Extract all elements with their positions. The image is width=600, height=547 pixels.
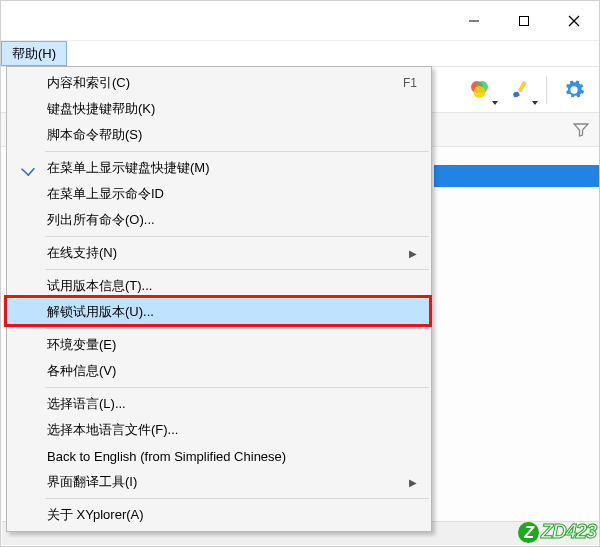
menu-item-label: 在菜单上显示命令ID xyxy=(47,185,164,203)
menu-item[interactable]: 脚本命令帮助(S) xyxy=(7,122,431,148)
menu-item-label: 键盘快捷键帮助(K) xyxy=(47,100,155,118)
close-button[interactable] xyxy=(549,1,599,40)
minimize-button[interactable] xyxy=(449,1,499,40)
menu-item[interactable]: 选择本地语言文件(F)... xyxy=(7,417,431,443)
menu-separator xyxy=(45,236,429,237)
menu-separator xyxy=(45,269,429,270)
selected-row[interactable] xyxy=(434,165,599,187)
settings-button[interactable] xyxy=(557,73,591,107)
svg-rect-1 xyxy=(520,16,529,25)
menu-item[interactable]: 键盘快捷键帮助(K) xyxy=(7,96,431,122)
menu-item-label: 在线支持(N) xyxy=(47,244,117,262)
menu-item[interactable]: 在菜单上显示键盘快捷键(M) xyxy=(7,155,431,181)
menu-item-label: 环境变量(E) xyxy=(47,336,116,354)
color-filter-button[interactable] xyxy=(462,73,496,107)
menu-separator xyxy=(45,498,429,499)
help-dropdown-menu: 内容和索引(C)F1键盘快捷键帮助(K)脚本命令帮助(S)在菜单上显示键盘快捷键… xyxy=(6,66,432,532)
submenu-arrow-icon: ▶ xyxy=(409,477,417,488)
menu-item[interactable]: 在线支持(N)▶ xyxy=(7,240,431,266)
menu-item[interactable]: 在菜单上显示命令ID xyxy=(7,181,431,207)
menu-item-label: 列出所有命令(O)... xyxy=(47,211,155,229)
menu-item[interactable]: Back to English (from Simplified Chinese… xyxy=(7,443,431,469)
color-filter-icon xyxy=(468,79,490,101)
menu-item-label: 界面翻译工具(I) xyxy=(47,473,137,491)
menu-separator xyxy=(45,328,429,329)
menu-item-label: 在菜单上显示键盘快捷键(M) xyxy=(47,159,210,177)
menu-item[interactable]: 内容和索引(C)F1 xyxy=(7,70,431,96)
menu-help[interactable]: 帮助(H) xyxy=(1,41,67,66)
menu-item[interactable]: 界面翻译工具(I)▶ xyxy=(7,469,431,495)
menu-item[interactable]: 列出所有命令(O)... xyxy=(7,207,431,233)
menu-item[interactable]: 关于 XYplorer(A) xyxy=(7,502,431,528)
menu-separator xyxy=(45,387,429,388)
chevron-down-icon xyxy=(492,101,498,105)
menu-item-label: Back to English (from Simplified Chinese… xyxy=(47,449,286,464)
svg-rect-7 xyxy=(518,80,527,92)
menu-item-label: 解锁试用版本(U)... xyxy=(47,303,154,321)
brush-icon xyxy=(508,79,530,101)
brush-button[interactable] xyxy=(502,73,536,107)
menu-item-label: 内容和索引(C) xyxy=(47,74,130,92)
funnel-icon[interactable] xyxy=(573,122,589,138)
menu-item[interactable]: 各种信息(V) xyxy=(7,358,431,384)
menubar: 帮助(H) xyxy=(1,41,599,67)
svg-point-6 xyxy=(474,86,486,98)
menu-item[interactable]: 解锁试用版本(U)... xyxy=(7,299,431,325)
menu-item[interactable]: 试用版本信息(T)... xyxy=(7,273,431,299)
gear-icon xyxy=(563,79,585,101)
svg-point-8 xyxy=(571,87,577,93)
toolbar-separator xyxy=(546,76,547,104)
menu-item-label: 脚本命令帮助(S) xyxy=(47,126,142,144)
menu-item-label: 关于 XYplorer(A) xyxy=(47,506,144,524)
menu-item-shortcut: F1 xyxy=(403,76,417,90)
titlebar xyxy=(1,1,599,41)
menu-item-label: 试用版本信息(T)... xyxy=(47,277,152,295)
menu-separator xyxy=(45,151,429,152)
menu-item-label: 选择语言(L)... xyxy=(47,395,126,413)
maximize-button[interactable] xyxy=(499,1,549,40)
menu-item[interactable]: 环境变量(E) xyxy=(7,332,431,358)
menu-item-label: 选择本地语言文件(F)... xyxy=(47,421,178,439)
menu-item[interactable]: 选择语言(L)... xyxy=(7,391,431,417)
menu-item-label: 各种信息(V) xyxy=(47,362,116,380)
chevron-down-icon xyxy=(532,101,538,105)
submenu-arrow-icon: ▶ xyxy=(409,248,417,259)
